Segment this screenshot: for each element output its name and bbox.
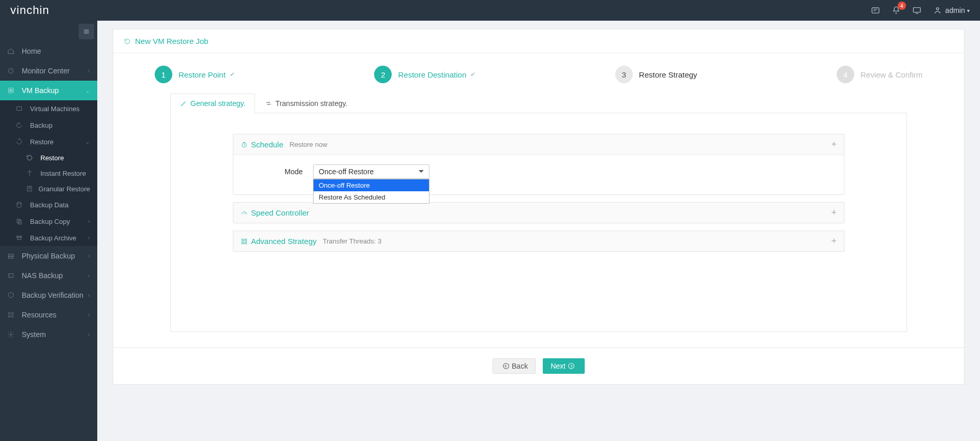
chevron-down-icon: ⌄ xyxy=(85,87,90,94)
resources-icon xyxy=(7,311,17,318)
notifications-icon[interactable]: 4 xyxy=(892,6,901,15)
mode-dropdown: Once-off Restore Restore As Scheduled xyxy=(313,179,429,204)
nas-icon xyxy=(7,272,17,279)
arrow-right-icon xyxy=(568,362,575,370)
clock-icon xyxy=(241,141,248,148)
vms-icon xyxy=(16,105,25,112)
page-title: New VM Restore Job xyxy=(113,29,964,53)
accordion-head-speed[interactable]: Speed Controller + xyxy=(233,203,844,223)
mode-select[interactable]: Once-off Restore xyxy=(313,164,429,179)
sidebar-item-resources[interactable]: Resources ‹ xyxy=(0,305,97,325)
backup-icon xyxy=(16,121,25,129)
accordion-schedule: Schedule Restore now + Mode Once-off Res… xyxy=(233,134,844,195)
brand-logo: vinchin xyxy=(10,4,49,17)
vm-icon xyxy=(7,87,17,94)
svg-point-16 xyxy=(11,312,13,314)
sidebar-label-backup: Backup xyxy=(30,121,52,129)
sidebar-item-verification[interactable]: Backup Verification ‹ xyxy=(0,285,97,305)
step-num-2: 2 xyxy=(374,66,392,83)
sidebar-item-vmbackup[interactable]: VM Backup ⌄ xyxy=(0,81,97,100)
user-name: admin xyxy=(945,6,965,14)
plus-icon: + xyxy=(831,207,837,218)
chevron-down-icon: ⌄ xyxy=(85,138,90,145)
tab-label-transmission: Transmission strategy. xyxy=(275,99,347,108)
svg-point-15 xyxy=(8,312,10,314)
restore-sub-icon xyxy=(26,154,35,161)
sidebar-label-verification: Backup Verification xyxy=(22,291,83,299)
sidebar-label-monitor: Monitor Center xyxy=(22,67,70,75)
svg-rect-9 xyxy=(18,220,21,224)
accordion-speed: Speed Controller + xyxy=(233,202,844,223)
sidebar-item-restore-sub[interactable]: Restore xyxy=(0,150,97,165)
user-menu[interactable]: admin ▾ xyxy=(933,6,970,15)
check-icon: ✔ xyxy=(230,71,235,78)
check-icon: ✔ xyxy=(470,71,476,78)
brand-part2: chin xyxy=(26,4,49,17)
home-icon xyxy=(7,48,17,55)
sidebar-item-nas[interactable]: NAS Backup ‹ xyxy=(0,266,97,285)
transfer-icon xyxy=(265,100,272,107)
display-icon[interactable] xyxy=(912,6,922,15)
svg-rect-21 xyxy=(242,239,244,241)
grid-icon xyxy=(241,238,248,245)
mode-option-once-off[interactable]: Once-off Restore xyxy=(314,179,429,191)
mode-option-scheduled[interactable]: Restore As Scheduled xyxy=(314,191,429,203)
step-num-3: 3 xyxy=(615,66,633,83)
arrow-left-icon xyxy=(502,362,510,370)
step-review-confirm[interactable]: 4 Review & Confirm xyxy=(837,66,923,83)
chevron-left-icon: ‹ xyxy=(88,272,90,279)
sidebar-item-backup-data[interactable]: Backup Data xyxy=(0,196,97,213)
svg-rect-14 xyxy=(8,274,13,278)
gauge-icon xyxy=(241,209,248,217)
sidebar-item-system[interactable]: System ‹ xyxy=(0,325,97,344)
physical-icon xyxy=(7,252,17,260)
sidebar-label-instant: Instant Restore xyxy=(40,170,86,177)
data-icon xyxy=(16,201,25,208)
sidebar-item-backup-copy[interactable]: Backup Copy ‹ xyxy=(0,213,97,230)
messages-icon[interactable] xyxy=(871,6,880,15)
svg-rect-11 xyxy=(18,237,21,240)
notification-badge: 4 xyxy=(898,2,906,10)
sidebar-label-home: Home xyxy=(22,47,41,55)
step-restore-destination[interactable]: 2 Restore Destination ✔ xyxy=(374,66,476,83)
svg-rect-22 xyxy=(245,239,247,241)
svg-point-25 xyxy=(503,363,509,369)
step-restore-point[interactable]: 1 Restore Point ✔ xyxy=(155,66,235,83)
step-label-4: Review & Confirm xyxy=(860,70,923,79)
sidebar-label-resources: Resources xyxy=(22,311,56,319)
brand-part1: vin xyxy=(10,4,26,17)
sidebar-item-physical[interactable]: Physical Backup ‹ xyxy=(0,246,97,266)
svg-rect-1 xyxy=(913,8,920,12)
svg-rect-13 xyxy=(8,256,13,258)
svg-rect-0 xyxy=(872,8,879,13)
next-button[interactable]: Next xyxy=(543,358,585,374)
gear-icon xyxy=(7,331,17,338)
sidebar-label-backup-copy: Backup Copy xyxy=(30,218,70,225)
svg-rect-12 xyxy=(8,254,13,256)
sidebar-label-physical: Physical Backup xyxy=(22,252,75,260)
accordion-summary-schedule: Restore now xyxy=(290,141,328,148)
back-button[interactable]: Back xyxy=(493,358,536,374)
sidebar-item-home[interactable]: Home xyxy=(0,41,97,61)
sidebar-item-monitor[interactable]: Monitor Center ‹ xyxy=(0,61,97,81)
sidebar-item-vms[interactable]: Virtual Machines xyxy=(0,100,97,117)
sidebar-label-restore-sub: Restore xyxy=(40,154,64,162)
step-num-4: 4 xyxy=(837,66,854,83)
sidebar-item-backup[interactable]: Backup xyxy=(0,117,97,133)
sidebar-item-granular-restore[interactable]: Granular Restore xyxy=(0,181,97,196)
svg-point-2 xyxy=(937,8,939,10)
svg-rect-23 xyxy=(242,242,244,244)
chevron-left-icon: ‹ xyxy=(88,252,90,260)
tab-transmission-strategy[interactable]: Transmission strategy. xyxy=(255,94,357,113)
sidebar-toggle[interactable] xyxy=(79,24,94,39)
chevron-left-icon: ‹ xyxy=(88,331,90,338)
sidebar-item-backup-archive[interactable]: Backup Archive ‹ xyxy=(0,230,97,246)
step-restore-strategy[interactable]: 3 Restore Strategy xyxy=(615,66,697,83)
sidebar-item-instant-restore[interactable]: Instant Restore xyxy=(0,165,97,181)
tab-general-strategy[interactable]: General strategy. xyxy=(170,94,255,113)
sidebar-label-vms: Virtual Machines xyxy=(30,105,80,113)
accordion-head-advanced[interactable]: Advanced Strategy Transfer Threads: 3 + xyxy=(233,231,844,251)
accordion-head-schedule[interactable]: Schedule Restore now + xyxy=(233,134,844,155)
sidebar-item-restore[interactable]: Restore ⌄ xyxy=(0,133,97,150)
plus-icon: + xyxy=(831,236,837,247)
